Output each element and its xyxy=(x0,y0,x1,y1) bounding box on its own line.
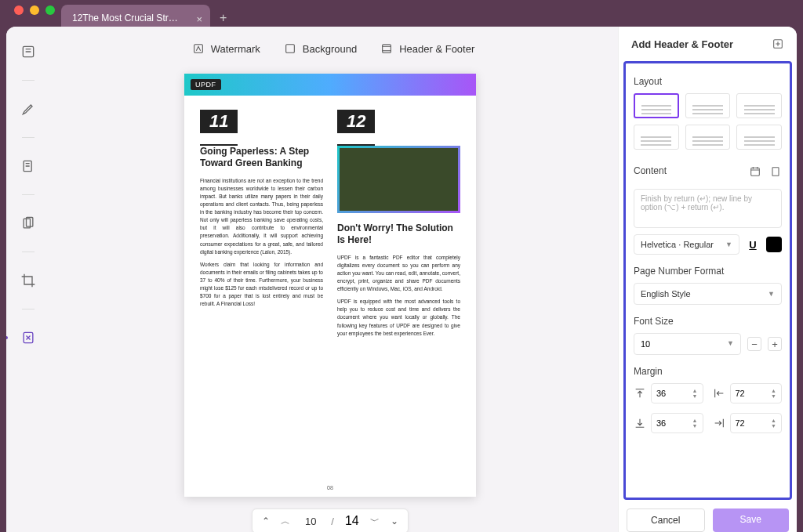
layout-option-1[interactable] xyxy=(634,93,679,118)
close-window[interactable] xyxy=(14,5,24,15)
panel-title: Add Header & Footer xyxy=(631,38,733,50)
col1-paragraph-2: Workers claim that looking for informati… xyxy=(200,261,323,308)
highlighter-tool-icon[interactable] xyxy=(19,100,38,118)
column-right: 12 Don't Worry! The Solution Is Here! UP… xyxy=(337,110,460,342)
insert-page-icon[interactable] xyxy=(769,165,782,178)
svg-rect-6 xyxy=(285,45,294,53)
background-tab[interactable]: Background xyxy=(284,42,357,55)
content-section-label: Content xyxy=(634,165,667,176)
page-separator: / xyxy=(331,516,334,527)
page-number-format-label: Page Number Format xyxy=(634,266,782,277)
layout-options xyxy=(634,93,782,150)
reader-tool-icon[interactable] xyxy=(19,42,38,61)
margin-left-icon xyxy=(713,387,725,400)
column-left: 11 Going Paperless: A Step Toward Green … xyxy=(200,110,323,342)
content-textarea[interactable]: Finish by return (↵); new line by option… xyxy=(634,189,782,228)
watermark-icon xyxy=(192,42,205,55)
first-page-icon[interactable]: ⌃ xyxy=(262,516,270,527)
layout-option-4[interactable] xyxy=(634,125,679,150)
page-tools-icon[interactable] xyxy=(19,328,38,347)
layout-option-6[interactable] xyxy=(736,125,782,150)
header-footer-icon xyxy=(380,42,393,55)
margin-right-input[interactable]: 72▲▼ xyxy=(730,413,783,433)
crop-tool-icon[interactable] xyxy=(19,271,38,290)
prev-page-icon[interactable]: ︿ xyxy=(281,515,290,528)
layout-option-2[interactable] xyxy=(685,93,731,118)
header-footer-tab[interactable]: Header & Footer xyxy=(380,42,474,55)
total-pages: 14 xyxy=(345,514,359,528)
separator xyxy=(22,252,35,252)
font-size-decrease[interactable]: − xyxy=(747,337,761,351)
margin-bottom-input[interactable]: 36▲▼ xyxy=(651,413,703,433)
section-number-12: 12 xyxy=(337,110,375,133)
col2-heading: Don't Worry! The Solution Is Here! xyxy=(337,223,460,246)
last-page-icon[interactable]: ⌄ xyxy=(391,516,398,527)
top-toolbar: Watermark Background Header & Footer xyxy=(50,34,616,63)
header-footer-panel: Add Header & Footer Layout Content Fini xyxy=(618,27,797,532)
document-canvas: UPDF 11 Going Paperless: A Step Toward G… xyxy=(50,74,610,502)
next-page-icon[interactable]: ﹀ xyxy=(370,515,380,528)
chevron-down-icon: ▼ xyxy=(727,339,734,349)
svg-rect-7 xyxy=(383,45,391,53)
header-footer-label: Header & Footer xyxy=(399,43,474,55)
page-navigator: ⌃ ︿ / 14 ﹀ ⌄ xyxy=(50,508,610,532)
font-size-increase[interactable]: + xyxy=(768,337,782,351)
left-sidebar xyxy=(6,27,50,532)
layout-option-5[interactable] xyxy=(685,125,731,150)
cancel-button[interactable]: Cancel xyxy=(627,508,705,532)
maximize-window[interactable] xyxy=(45,5,55,15)
tab-title: 12The Most Crucial Strate... xyxy=(72,13,189,24)
add-tab-button[interactable]: + xyxy=(220,11,227,25)
minimize-window[interactable] xyxy=(30,5,39,15)
svg-rect-10 xyxy=(772,168,779,176)
brand-badge: UPDF xyxy=(191,79,221,90)
background-icon xyxy=(284,42,296,55)
font-size-label: Font Size xyxy=(634,316,782,327)
chevron-down-icon: ▼ xyxy=(768,290,775,298)
watermark-label: Watermark xyxy=(211,43,260,55)
document-page: UPDF 11 Going Paperless: A Step Toward G… xyxy=(184,74,476,497)
svg-rect-9 xyxy=(751,168,760,176)
page-header-bar: UPDF xyxy=(184,74,476,96)
save-button[interactable]: Save xyxy=(713,508,790,532)
insert-date-icon[interactable] xyxy=(749,165,761,178)
font-family-value: Helvetica · Regular xyxy=(641,240,714,249)
page-footer-number: 08 xyxy=(327,485,333,490)
watermark-tab[interactable]: Watermark xyxy=(192,42,260,55)
separator xyxy=(22,137,35,138)
margin-right-icon xyxy=(713,417,725,429)
article-image xyxy=(337,146,460,213)
background-label: Background xyxy=(303,43,357,55)
window-traffic-lights[interactable] xyxy=(14,5,55,15)
font-size-value: 10 xyxy=(641,339,650,349)
chevron-down-icon: ▼ xyxy=(725,241,732,248)
page-number-format-select[interactable]: English Style ▼ xyxy=(634,283,782,305)
col2-paragraph-2: UPDF is equipped with the most advanced … xyxy=(337,298,460,337)
font-color-swatch[interactable] xyxy=(766,237,782,252)
margin-top-input[interactable]: 36▲▼ xyxy=(651,383,703,404)
section-number-11: 11 xyxy=(200,110,238,133)
close-tab-icon[interactable]: × xyxy=(196,13,202,25)
layout-section-label: Layout xyxy=(634,76,782,87)
organize-pages-tool-icon[interactable] xyxy=(19,214,38,233)
col2-paragraph-1: UPDF is a fantastic PDF editor that comp… xyxy=(337,254,460,293)
underline-toggle[interactable]: U xyxy=(744,236,761,253)
margin-bottom-icon xyxy=(634,417,646,429)
separator xyxy=(22,80,35,81)
margin-top-icon xyxy=(634,387,646,400)
col1-paragraph-1: Financial institutions are not an except… xyxy=(200,177,323,256)
layout-option-3[interactable] xyxy=(736,93,782,118)
col1-heading: Going Paperless: A Step Toward Green Ban… xyxy=(200,146,323,169)
current-page-input[interactable] xyxy=(301,516,320,527)
separator xyxy=(22,194,35,195)
edit-text-tool-icon[interactable] xyxy=(19,157,38,176)
page-number-format-value: English Style xyxy=(641,289,691,299)
margin-label: Margin xyxy=(634,366,782,377)
font-family-select[interactable]: Helvetica · Regular ▼ xyxy=(634,234,739,255)
apply-icon[interactable] xyxy=(772,38,784,50)
separator xyxy=(22,309,35,309)
font-size-select[interactable]: 10 ▼ xyxy=(634,333,741,355)
margin-left-input[interactable]: 72▲▼ xyxy=(730,383,783,404)
